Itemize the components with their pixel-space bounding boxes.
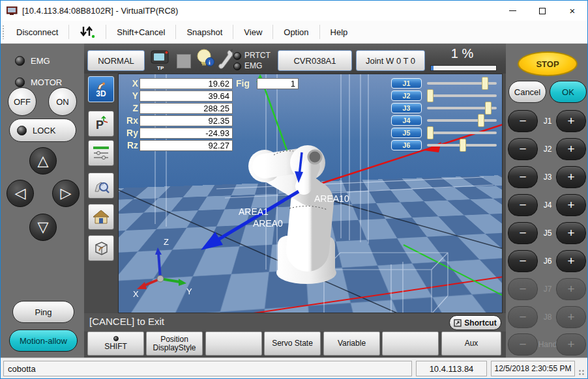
status-toolbar: NORMAL TP i PRTCT EMG bbox=[84, 44, 506, 74]
stop-button[interactable]: STOP bbox=[518, 51, 578, 76]
jog-row-j5: − J5 + bbox=[506, 222, 588, 244]
jog-j4-minus-button[interactable]: − bbox=[508, 194, 538, 216]
cursor-down-button[interactable]: ▽ bbox=[29, 214, 57, 241]
maximize-button[interactable] bbox=[527, 1, 557, 21]
jog-row-j3: − J3 + bbox=[506, 166, 588, 188]
joint-j3-button[interactable]: J3 bbox=[391, 103, 422, 113]
cube-robot-icon bbox=[93, 240, 110, 257]
joint-j3-slider[interactable] bbox=[427, 107, 497, 109]
menu-view[interactable]: View bbox=[234, 21, 272, 43]
cursor-up-button[interactable]: △ bbox=[29, 147, 57, 175]
pose-z-value: 288.25 bbox=[140, 103, 233, 114]
close-button[interactable]: × bbox=[557, 1, 587, 21]
workspace-tool-button[interactable] bbox=[88, 235, 114, 261]
joint-j3-thumb[interactable] bbox=[485, 102, 492, 115]
home-icon bbox=[93, 209, 110, 225]
menu-option[interactable]: Option bbox=[274, 21, 318, 43]
updown-arrows-icon bbox=[80, 25, 95, 38]
toolbar-grip[interactable] bbox=[2, 25, 5, 39]
resize-grip[interactable] bbox=[578, 369, 585, 376]
jog-j7-label: J7 bbox=[537, 278, 558, 300]
motor-on-button[interactable]: ON bbox=[48, 87, 77, 116]
coord-mode-button[interactable]: Joint W 0 T 0 bbox=[356, 50, 425, 71]
viewport-hud: X19.62 Y39.64 Z288.25 Rx92.35 Ry-24.93 R… bbox=[119, 74, 502, 313]
menu-connection-toggle[interactable] bbox=[70, 21, 105, 43]
jog-j4-plus-button[interactable]: + bbox=[556, 194, 586, 216]
jog-j6-label: J6 bbox=[537, 250, 558, 272]
joint-j4-slider[interactable] bbox=[427, 119, 497, 122]
jog-j1-plus-button[interactable]: + bbox=[556, 110, 586, 132]
cancel-hint: [CANCEL] to Exit bbox=[89, 316, 164, 327]
joint-j1-button[interactable]: J1 bbox=[391, 78, 422, 89]
joint-j6-slider[interactable] bbox=[427, 144, 497, 147]
ping-button[interactable]: Ping bbox=[12, 301, 74, 323]
cancel-button[interactable]: Cancel bbox=[508, 81, 546, 103]
3d-viewport[interactable]: X Y Z AREA1 AREA0 AREA10 X19.62 Y39.64 Z… bbox=[118, 74, 503, 313]
fkey-blank-2[interactable] bbox=[382, 331, 439, 356]
joint-j4-thumb[interactable] bbox=[478, 114, 484, 127]
fkey-blank-1[interactable] bbox=[205, 331, 262, 356]
menu-snapshot[interactable]: Snapshot bbox=[177, 21, 232, 43]
speed-bar[interactable] bbox=[430, 65, 497, 71]
fkey-shift[interactable]: SHIFT bbox=[87, 331, 144, 356]
menu-help[interactable]: Help bbox=[321, 21, 358, 43]
wrench-icon[interactable] bbox=[217, 48, 235, 71]
shift-led bbox=[113, 336, 119, 341]
jog-j6-minus-button[interactable]: − bbox=[508, 250, 538, 272]
view-3d-button[interactable]: 3D bbox=[88, 76, 114, 102]
jog-j5-plus-button[interactable]: + bbox=[556, 222, 586, 244]
menu-shift-cancel[interactable]: Shift+Cancel bbox=[107, 21, 175, 43]
settings-tool-button[interactable] bbox=[88, 140, 114, 166]
joint-j1-thumb[interactable] bbox=[482, 77, 488, 90]
datetime-cell: 12/5/2018 2:30:55 PM bbox=[491, 361, 575, 376]
cursor-left-button[interactable]: ◁ bbox=[7, 180, 34, 207]
minimize-icon bbox=[509, 10, 516, 11]
title-bar[interactable]: [10.4.113.84:08B8102R] - VirtualTP(RC8) … bbox=[1, 1, 587, 21]
lamp-info-icon[interactable]: i bbox=[195, 48, 216, 71]
motor-off-button[interactable]: OFF bbox=[8, 87, 37, 116]
jog-j6-plus-button[interactable]: + bbox=[556, 250, 586, 272]
joint-j2-button[interactable]: J2 bbox=[391, 91, 422, 101]
joint-j5-thumb[interactable] bbox=[427, 126, 434, 139]
jog-j2-plus-button[interactable]: + bbox=[556, 138, 586, 160]
jog-j5-minus-button[interactable]: − bbox=[508, 222, 538, 244]
pose-rx-value: 92.35 bbox=[140, 115, 233, 126]
program-button[interactable]: CVR038A1 bbox=[278, 50, 352, 71]
jog-j1-minus-button[interactable]: − bbox=[508, 110, 538, 132]
home-tool-button[interactable] bbox=[88, 204, 114, 230]
shortcut-button[interactable]: Shortcut bbox=[449, 315, 501, 330]
status-square-icon bbox=[177, 54, 191, 68]
lock-button[interactable]: LOCK bbox=[9, 119, 76, 142]
position-tool-button[interactable]: P bbox=[88, 111, 114, 137]
cursor-right-button[interactable]: ▷ bbox=[52, 180, 80, 207]
robot-search-tool-button[interactable] bbox=[88, 173, 114, 199]
fkey-variable[interactable]: Variable bbox=[323, 331, 380, 356]
joint-j5-button[interactable]: J5 bbox=[391, 128, 422, 138]
motion-allow-button[interactable]: Motion-allow bbox=[9, 330, 78, 352]
jog-j3-minus-button[interactable]: − bbox=[508, 166, 538, 188]
jog-j3-plus-button[interactable]: + bbox=[556, 166, 586, 188]
ok-button[interactable]: OK bbox=[550, 81, 587, 103]
pose-rz-value: 92.27 bbox=[140, 140, 233, 151]
menu-disconnect[interactable]: Disconnect bbox=[7, 21, 68, 43]
joint-j6-button[interactable]: J6 bbox=[391, 140, 422, 150]
mode-button[interactable]: NORMAL bbox=[87, 50, 145, 71]
pose-rz-label: Rz bbox=[121, 140, 138, 150]
joint-j1-slider[interactable] bbox=[427, 82, 497, 85]
minimize-button[interactable] bbox=[497, 1, 527, 21]
fkey-position-displaystyle[interactable]: Position DisplayStyle bbox=[146, 331, 203, 356]
pose-ry-label: Ry bbox=[121, 128, 138, 138]
joint-j4-button[interactable]: J4 bbox=[391, 115, 422, 126]
fkey-aux-label: Aux bbox=[465, 339, 478, 348]
jog-j2-minus-button[interactable]: − bbox=[508, 138, 538, 160]
fkey-servo-label: Servo State bbox=[272, 339, 313, 348]
joint-j6-thumb[interactable] bbox=[460, 139, 466, 152]
joint-j5-slider[interactable] bbox=[427, 132, 497, 134]
joint-j2-thumb[interactable] bbox=[427, 89, 434, 102]
fkey-servo-state[interactable]: Servo State bbox=[264, 331, 321, 356]
pose-rx-label: Rx bbox=[121, 115, 138, 126]
jog-j7-minus-button: − bbox=[508, 278, 538, 300]
jog-j5-label: J5 bbox=[537, 222, 558, 244]
fkey-aux[interactable]: Aux bbox=[441, 331, 501, 356]
joint-j2-slider[interactable] bbox=[427, 94, 497, 97]
